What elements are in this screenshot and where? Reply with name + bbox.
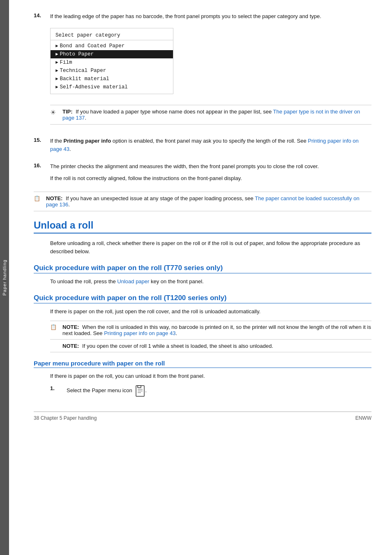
arrow-icon-photo: ► (55, 52, 58, 57)
quick-t1200-heading: Quick procedure with paper on the roll (… (34, 294, 371, 303)
step-16-text: The printer checks the alignment and mea… (50, 162, 371, 171)
note-t1200-2-text: If you open the cover of roll 1 while a … (82, 343, 273, 349)
menu-item-photo[interactable]: ► Photo Paper (51, 50, 173, 58)
quick-t770-heading: Quick procedure with paper on the roll (… (34, 264, 371, 273)
note-t1200-icon-1: 📋 (50, 324, 60, 330)
menu-item-backlit[interactable]: ► Backlit material (51, 75, 173, 83)
tip-sun-icon: ☀ (50, 109, 60, 116)
note-t1200-1: 📋 NOTE: When the roll is unloaded in thi… (50, 321, 371, 340)
step-16: 16. The printer checks the alignment and… (34, 162, 371, 185)
step-15-number: 15. (34, 137, 50, 156)
quick-t1200-text: If there is paper on the roll, just open… (50, 308, 371, 316)
step-15-text-before: If the (50, 138, 64, 144)
tip-label: TIP: (62, 109, 73, 115)
paper-menu-step-1: 1. Select the Paper menu icon . (50, 385, 371, 399)
menu-item-technical[interactable]: ► Technical Paper (51, 67, 173, 75)
note-t1200-1-content: NOTE: When the roll is unloaded in this … (62, 324, 371, 336)
step-14-number: 14. (34, 12, 50, 130)
step-16-body: The printer checks the alignment and mea… (50, 162, 371, 185)
menu-item-self-adhesive-label: Self-Adhesive material (60, 84, 128, 90)
footer-left: 38 Chapter 5 Paper handling (34, 415, 97, 421)
tip-text: If you have loaded a paper type whose na… (76, 109, 273, 115)
note-1-content: NOTE: If you have an unexpected issue at… (46, 195, 371, 208)
menu-item-film-label: Film (60, 60, 72, 65)
quick-t770-link[interactable]: Unload paper (117, 278, 149, 284)
arrow-icon-bond: ► (55, 44, 58, 49)
paper-menu-step-1-text: Select the Paper menu icon . (67, 385, 371, 397)
tip-period: . (85, 115, 86, 121)
arrow-icon-film: ► (55, 60, 58, 65)
step-16-number: 16. (34, 162, 50, 185)
note-t1200-2: 📋 NOTE: If you open the cover of roll 1 … (50, 343, 371, 352)
side-tab: Paper handling (0, 0, 9, 555)
menu-title: Select paper category (51, 31, 173, 40)
paper-menu-step-1-body: Select the Paper menu icon . (67, 385, 371, 399)
unload-roll-heading: Unload a roll (34, 220, 371, 234)
note-1-label: NOTE: (46, 195, 62, 201)
menu-item-self-adhesive[interactable]: ► Self-Adhesive material (51, 83, 173, 91)
main-content: 14. If the leading edge of the paper has… (9, 0, 392, 555)
menu-item-bond-label: Bond and Coated Paper (60, 43, 125, 49)
paper-menu-icon (135, 385, 145, 397)
quick-t770-text-after: key on the front panel. (149, 278, 203, 284)
note-1-text: If you have an unexpected issue at any s… (66, 195, 255, 201)
menu-item-bond[interactable]: ► Bond and Coated Paper (51, 42, 173, 50)
menu-item-photo-label: Photo Paper (60, 51, 94, 57)
tip-content: TIP: If you have loaded a paper type who… (62, 109, 371, 121)
quick-t770-text-before: To unload the roll, press the (50, 278, 117, 284)
svg-rect-1 (138, 386, 141, 388)
arrow-icon-backlit: ► (55, 76, 58, 81)
step-14: 14. If the leading edge of the paper has… (34, 12, 371, 130)
footer-right: ENWW (355, 415, 371, 421)
menu-item-technical-label: Technical Paper (60, 68, 106, 74)
page-wrapper: Paper handling 14. If the leading edge o… (0, 0, 392, 555)
paper-menu-step-1-num: 1. (50, 385, 67, 399)
step-15-text: If the Printing paper info option is ena… (50, 137, 371, 153)
paper-menu-step-1-text-content: Select the Paper menu icon (67, 388, 132, 394)
step-15: 15. If the Printing paper info option is… (34, 137, 371, 156)
quick-t770-text: To unload the roll, press the Unload pap… (50, 278, 371, 286)
paper-menu-heading: Paper menu procedure with paper on the r… (34, 360, 371, 368)
arrow-icon-technical: ► (55, 68, 58, 73)
paper-category-menu: Select paper category ► Bond and Coated … (50, 28, 173, 94)
note-box-1: 📋 NOTE: If you have an unexpected issue … (34, 192, 371, 211)
step-14-body: If the leading edge of the paper has no … (50, 12, 371, 130)
note-t1200-1-link[interactable]: Printing paper info on page 43 (104, 330, 175, 336)
unload-roll-intro: Before unloading a roll, check whether t… (50, 239, 371, 256)
menu-item-film[interactable]: ► Film (51, 58, 173, 67)
note-t1200-2-content: NOTE: If you open the cover of roll 1 wh… (62, 343, 273, 349)
step-15-bold: Printing paper info (64, 138, 111, 144)
tip-box: ☀ TIP: If you have loaded a paper type w… (50, 105, 371, 125)
note-t1200-2-label: NOTE: (62, 343, 79, 349)
note-icon-1: 📋 (34, 195, 44, 201)
footer: 38 Chapter 5 Paper handling ENWW (34, 412, 371, 421)
paper-menu-intro: If there is paper on the roll, you can u… (50, 372, 371, 380)
step-15-body: If the Printing paper info option is ena… (50, 137, 371, 156)
arrow-icon-self-adhesive: ► (55, 85, 58, 90)
side-tab-label: Paper handling (2, 259, 7, 296)
step-15-text-after: option is enabled, the front panel may a… (111, 138, 308, 144)
note-t1200-1-label: NOTE: (62, 324, 79, 330)
step-16-subtext: If the roll is not correctly aligned, fo… (50, 174, 371, 183)
menu-item-backlit-label: Backlit material (60, 76, 109, 82)
step-14-text: If the leading edge of the paper has no … (50, 12, 371, 21)
